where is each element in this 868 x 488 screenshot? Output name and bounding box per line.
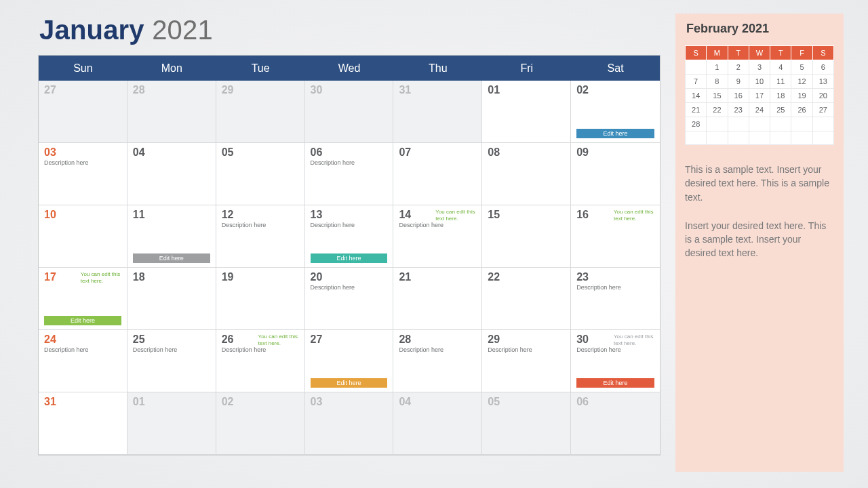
calendar-cell[interactable]: 23Description here <box>571 268 660 330</box>
day-header: Sun <box>39 56 127 81</box>
calendar-cell[interactable]: 16You can edit this text here. <box>571 205 660 268</box>
calendar-cell[interactable]: 03Description here <box>39 143 127 205</box>
calendar-cell[interactable]: 06Description here <box>305 143 394 205</box>
calendar-cell[interactable]: 10 <box>39 205 127 268</box>
calendar-cell[interactable]: 05 <box>216 143 305 205</box>
calendar-cell[interactable]: 06 <box>571 392 660 455</box>
day-number: 30 <box>311 85 388 96</box>
day-description: Description here <box>311 159 388 166</box>
page-title: January 2021 <box>39 15 660 45</box>
day-number: 25 <box>133 334 210 345</box>
calendar-cell[interactable]: 27 <box>39 81 127 143</box>
day-number: 10 <box>44 209 121 220</box>
day-note: You can edit this text here. <box>81 271 123 285</box>
mini-day-cell: 14 <box>686 89 707 103</box>
mini-day-cell <box>791 131 812 145</box>
mini-day-header: W <box>749 46 770 60</box>
day-number: 06 <box>311 147 388 158</box>
calendar-cell[interactable]: 31 <box>393 81 482 143</box>
calendar-cell[interactable]: 01 <box>127 392 216 455</box>
mini-day-cell: 4 <box>770 60 791 75</box>
day-header: Sat <box>571 56 660 81</box>
mini-day-header: S <box>686 46 707 60</box>
calendar-cell[interactable]: 31 <box>39 392 127 455</box>
day-note: You can edit this text here. <box>614 333 656 347</box>
mini-day-cell <box>728 131 749 145</box>
event-tag[interactable]: Edit here <box>576 378 654 388</box>
mini-day-cell: 15 <box>707 89 728 103</box>
calendar-cell[interactable]: 28Description here <box>393 330 482 392</box>
day-number: 05 <box>222 147 299 158</box>
day-description: Description here <box>44 346 121 353</box>
calendar-cell[interactable]: 02Edit here <box>571 81 660 143</box>
calendar-cell[interactable]: 13Description hereEdit here <box>305 205 394 268</box>
day-description: Description here <box>222 222 299 228</box>
mini-day-cell <box>812 117 833 131</box>
day-header: Wed <box>305 56 394 81</box>
day-header: Fri <box>482 56 571 81</box>
mini-day-cell: 5 <box>791 60 812 75</box>
day-header: Tue <box>216 56 305 81</box>
calendar-cell[interactable]: 26Description hereYou can edit this text… <box>216 330 305 392</box>
event-tag[interactable]: Edit here <box>311 378 388 388</box>
calendar-cell[interactable]: 12Description here <box>216 205 305 268</box>
mini-calendar: SMTWTFS 12345678910111213141516171819202… <box>685 45 834 145</box>
calendar-cell[interactable]: 21 <box>393 268 482 330</box>
calendar-cell[interactable]: 25Description here <box>127 330 216 392</box>
calendar-cell[interactable]: 04 <box>393 392 482 455</box>
calendar-cell[interactable]: 15 <box>482 205 571 268</box>
calendar-cell[interactable]: 07 <box>393 143 482 205</box>
day-number: 01 <box>488 85 565 96</box>
day-header: Thu <box>393 56 482 81</box>
day-number: 06 <box>576 396 654 407</box>
day-header: Mon <box>127 56 216 81</box>
mini-day-header: T <box>728 46 749 60</box>
mini-day-header: M <box>707 46 728 60</box>
mini-day-cell: 11 <box>770 75 791 89</box>
day-number: 28 <box>399 334 476 345</box>
event-tag[interactable]: Edit here <box>576 129 654 138</box>
calendar-cell[interactable]: 27Edit here <box>305 330 394 392</box>
calendar-cell[interactable]: 03 <box>305 392 394 455</box>
mini-day-cell <box>770 131 791 145</box>
calendar-cell[interactable]: 29 <box>216 81 305 143</box>
calendar-cell[interactable]: 30 <box>305 81 394 143</box>
mini-day-cell <box>791 117 812 131</box>
next-month-panel: February 2021 SMTWTFS 123456789101112131… <box>675 14 844 472</box>
mini-day-cell: 7 <box>686 75 707 89</box>
calendar-cell[interactable]: 11Edit here <box>127 205 216 268</box>
calendar-cell[interactable]: 09 <box>571 143 660 205</box>
event-tag[interactable]: Edit here <box>311 253 388 263</box>
day-number: 05 <box>488 396 565 407</box>
mini-day-cell: 13 <box>812 75 833 89</box>
day-number: 01 <box>133 396 210 407</box>
mini-day-header: S <box>812 46 833 60</box>
calendar-cell[interactable]: 30Description hereYou can edit this text… <box>571 330 660 392</box>
calendar-cell[interactable]: 20Description here <box>305 268 394 330</box>
calendar-cell[interactable]: 24Description here <box>39 330 127 392</box>
day-number: 23 <box>576 272 654 283</box>
calendar-cell[interactable]: 01 <box>482 81 571 143</box>
calendar-cell[interactable]: 19 <box>216 268 305 330</box>
day-number: 03 <box>311 396 388 407</box>
calendar-cell[interactable]: 08 <box>482 143 571 205</box>
calendar-cell[interactable]: 14Description hereYou can edit this text… <box>393 205 482 268</box>
calendar-cell[interactable]: 18 <box>127 268 216 330</box>
event-tag[interactable]: Edit here <box>133 253 210 263</box>
mini-day-cell: 25 <box>770 103 791 117</box>
calendar-cell[interactable]: 29Description here <box>482 330 571 392</box>
day-number: 09 <box>576 147 654 158</box>
calendar-body: 27282930310102Edit here03Description her… <box>39 81 660 455</box>
mini-day-cell: 17 <box>749 89 770 103</box>
calendar-cell[interactable]: 04 <box>127 143 216 205</box>
calendar-cell[interactable]: 22 <box>482 268 571 330</box>
calendar-cell[interactable]: 28 <box>127 81 216 143</box>
day-number: 29 <box>488 334 565 345</box>
calendar-cell[interactable]: 17You can edit this text here.Edit here <box>39 268 127 330</box>
calendar-cell[interactable]: 02 <box>216 392 305 455</box>
event-tag[interactable]: Edit here <box>44 316 121 325</box>
mini-day-header: T <box>770 46 791 60</box>
calendar-cell[interactable]: 05 <box>482 392 571 455</box>
day-number: 24 <box>44 334 121 345</box>
day-note: You can edit this text here. <box>614 209 656 222</box>
